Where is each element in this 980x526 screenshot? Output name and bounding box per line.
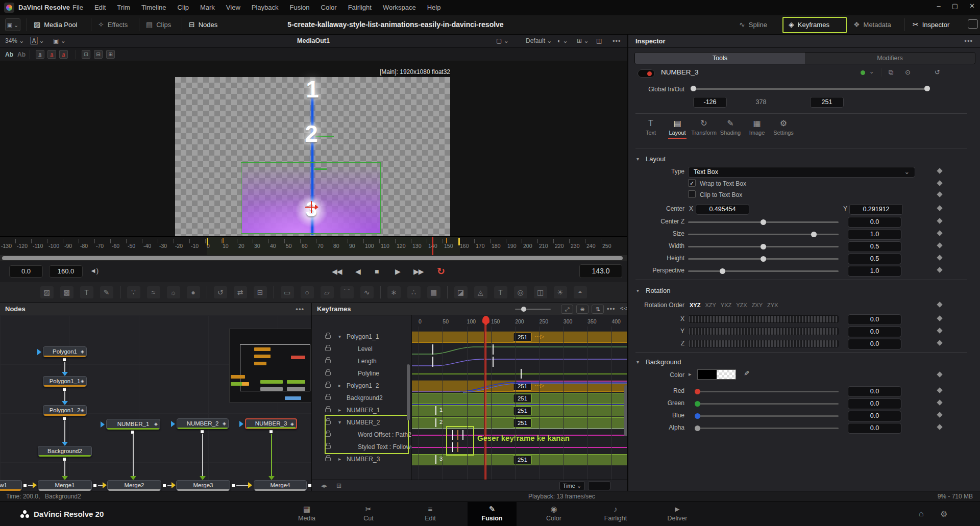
minimap-viewport[interactable] [240,344,310,391]
value-field[interactable]: 0.0 [848,314,901,325]
value-field[interactable]: 1.0 [848,229,901,240]
lock-icon[interactable] [325,371,331,375]
lock-icon[interactable] [325,457,331,461]
keyframes-button[interactable]: ◈Keyframes [789,20,829,29]
minimize-icon[interactable]: – [937,2,941,10]
effects-button[interactable]: ✧Effects [98,20,128,29]
keyframe-tick[interactable] [435,455,436,464]
merge3d-icon[interactable]: ◫ [534,286,547,298]
channel-slider-alpha[interactable] [698,428,839,429]
interface-toggle-button[interactable]: ▣ ⌄ [5,18,20,31]
page-fusion[interactable]: ✎Fusion [468,502,517,526]
close-icon[interactable]: ✕ [969,2,975,10]
spotlight-icon[interactable]: ☀ [554,286,567,298]
viewer-scrollbar[interactable] [0,255,627,261]
layout-path-icon[interactable]: ⊞ [106,50,115,59]
lock-icon[interactable] [325,408,331,412]
track-row-NUMBER-3[interactable]: ▸NUMBER_3 [312,454,411,466]
saver-icon[interactable]: ⇄ [234,286,247,298]
page-fairlight[interactable]: ♪Fairlight [591,502,640,522]
keyframe-diamond-icon[interactable] [937,387,942,393]
keyframes-options-menu[interactable]: ••• [607,305,616,313]
zoom-tool-icon[interactable]: ⊕ [576,305,589,314]
menu-item-mark[interactable]: Mark [200,4,215,11]
home-icon[interactable]: ⌂ [919,509,924,518]
panel-layout-icon[interactable] [968,19,978,29]
keyframe-diamond-icon[interactable] [937,412,942,417]
layout-vertical-icon[interactable]: ⊟ [94,50,103,59]
order-xyz[interactable]: XYZ [690,302,700,308]
channelbooleans-icon[interactable]: ⊟ [254,286,267,298]
split-view-icon[interactable]: ◂▸ [321,482,327,489]
menu-item-help[interactable]: Help [427,4,441,11]
value-field[interactable]: 0.0 [848,339,901,349]
lut-select[interactable]: Default ⌄ [526,37,552,44]
pin-icon[interactable]: ⊙ [905,68,911,76]
channel-handle[interactable] [695,389,700,394]
blur-icon[interactable]: ● [187,286,200,298]
keyframe-diamond-icon[interactable] [937,230,942,236]
lock-icon[interactable] [325,396,331,400]
lock-icon[interactable] [325,384,331,388]
keyframe-tick[interactable] [521,369,522,379]
value-field[interactable]: 1.0 [848,266,901,277]
rotation-dial-z[interactable] [688,340,839,347]
order-zyx[interactable]: ZYX [767,302,778,308]
render-start-marker[interactable] [207,238,208,245]
menu-item-trim[interactable]: Trim [117,4,130,11]
menu-item-timeline[interactable]: Timeline [141,4,166,11]
viewer-playhead[interactable] [432,237,433,256]
expand-chevron-icon[interactable]: ▸ [338,383,341,388]
lock-icon[interactable] [325,335,331,339]
viewer-canvas[interactable]: [Main]: 1920x1080 float32 1 2 3 [0,61,627,236]
color-swatch[interactable] [697,369,736,380]
keyframe-diamond-icon[interactable] [937,205,942,211]
keyframe-diamond-icon[interactable] [937,180,942,186]
keyframe-diamond-icon[interactable] [937,399,942,405]
menu-item-clip[interactable]: Clip [178,4,189,11]
menu-item-fairlight[interactable]: Fairlight [348,4,372,11]
page-deliver[interactable]: ►Deliver [653,502,702,522]
background-icon[interactable]: ▨ [40,286,54,298]
channel-slider-red[interactable] [698,391,839,392]
spline-button[interactable]: ∿Spline [739,20,767,29]
timeline-playhead[interactable] [485,324,486,480]
keyframe-diamond-icon[interactable] [937,255,942,260]
grain-icon[interactable]: ∵ [127,286,140,298]
rotation-order-group[interactable]: XYZXZYYXZYZXZXYZYX [690,302,782,309]
rectangle-mask-icon[interactable]: ▭ [281,286,294,298]
slider-handle[interactable] [811,232,817,237]
stop-button[interactable]: ■ [375,267,378,275]
channel-handle[interactable] [695,425,700,431]
tab-tools[interactable]: Tools [635,53,805,64]
global-out-handle[interactable] [924,86,930,91]
clips-button[interactable]: ▤Clips [146,20,171,29]
range-out-field[interactable]: 160.0 [49,265,83,278]
tab-shading[interactable]: ✎Shading [717,117,744,136]
dome-icon[interactable]: ◓ [574,286,587,298]
global-in-handle[interactable] [691,86,696,91]
viewer-options-menu[interactable]: ••• [612,37,621,45]
node-w1[interactable]: w1 [0,480,22,491]
keyframe-diamond-icon[interactable] [937,267,942,272]
range-in-field[interactable]: 0.0 [9,265,43,278]
track-row-Length[interactable]: Length [312,356,411,368]
rotation-dial-x[interactable] [688,315,839,323]
app-logo-icon[interactable] [4,3,14,13]
value-field[interactable]: 0.0 [848,423,901,434]
keyframe-diamond-icon[interactable] [937,315,942,321]
tracker-icon[interactable]: ◎ [514,286,527,298]
node-Merge1[interactable]: Merge1 [38,480,92,491]
app-menu[interactable]: DaVinci Resolve [18,4,70,11]
keyframe-diamond-icon[interactable] [937,371,942,377]
node-NUMBER_2[interactable]: NUMBER_2◈ [177,418,229,429]
tab-settings[interactable]: ⚙Settings [770,117,797,136]
node-Polygon1_1[interactable]: Polygon1_1◈ [43,376,87,387]
lock-icon[interactable] [325,347,331,351]
dual-viewer-icon[interactable]: ◫ [596,37,602,44]
keyframe-diamond-icon[interactable] [937,218,942,223]
keyframes-timeline[interactable]: 050100150200250300350400 251⋯▷251⋯▷25112… [411,315,627,480]
tab-text[interactable]: TText [638,117,664,136]
go-last-frame-button[interactable]: ▶▶ [413,267,424,275]
page-cut[interactable]: ✂Cut [344,502,393,522]
